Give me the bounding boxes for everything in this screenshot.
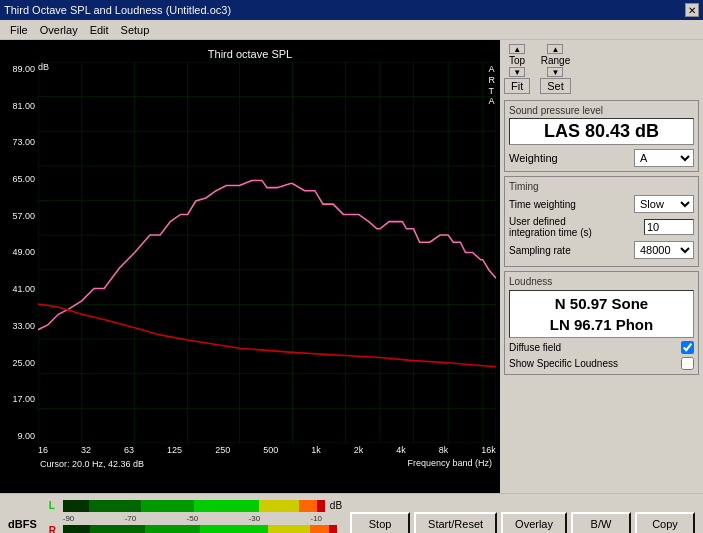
range-down-button[interactable]: ▼ xyxy=(547,67,563,77)
x-label-16: 16 xyxy=(38,445,48,455)
x-label-250: 250 xyxy=(215,445,230,455)
meter-R-bar xyxy=(63,525,337,534)
specific-loudness-checkbox[interactable] xyxy=(681,357,694,370)
y-label: 41.00 xyxy=(12,284,35,294)
meter-tick-90: -90 xyxy=(63,514,75,523)
loudness-section: Loudness N 50.97 Sone LN 96.71 Phon Diff… xyxy=(504,271,699,375)
weighting-label: Weighting xyxy=(509,152,558,164)
freq-band-label: Frequency band (Hz) xyxy=(407,458,492,470)
spl-value: LAS 80.43 dB xyxy=(509,118,694,145)
top-controls: ▲ Top ▼ Fit ▲ Range ▼ Set xyxy=(504,44,699,94)
integration-label: User definedintegration time (s) xyxy=(509,216,644,238)
y-label: 65.00 xyxy=(12,174,35,184)
chart-wrapper: 89.00 81.00 73.00 65.00 57.00 49.00 41.0… xyxy=(4,62,496,457)
diffuse-field-checkbox[interactable] xyxy=(681,341,694,354)
stop-button[interactable]: Stop xyxy=(350,512,410,534)
time-weighting-label: Time weighting xyxy=(509,199,634,210)
meter-R-label: R xyxy=(49,525,61,533)
loudness-value: N 50.97 Sone LN 96.71 Phon xyxy=(509,290,694,338)
dbfs-label: dBFS xyxy=(8,518,37,530)
pink-curve xyxy=(38,180,496,329)
right-panel: ▲ Top ▼ Fit ▲ Range ▼ Set Sound pressure… xyxy=(500,40,703,493)
top-up-button[interactable]: ▲ xyxy=(509,44,525,54)
sampling-rate-label: Sampling rate xyxy=(509,245,634,256)
action-buttons: Stop Start/Reset Overlay B/W Copy xyxy=(350,512,695,534)
menu-file[interactable]: File xyxy=(4,22,34,38)
menu-bar: File Overlay Edit Setup xyxy=(0,20,703,40)
copy-button[interactable]: Copy xyxy=(635,512,695,534)
close-button[interactable]: ✕ xyxy=(685,3,699,17)
meter-row-L: L dB xyxy=(49,500,342,512)
y-label: 17.00 xyxy=(12,394,35,404)
x-label-2k: 2k xyxy=(354,445,364,455)
chart-area: Third octave SPL 89.00 81.00 73.00 65.00… xyxy=(0,40,500,493)
spl-section: Sound pressure level LAS 80.43 dB Weight… xyxy=(504,100,699,172)
chart-svg xyxy=(38,62,496,443)
y-label: 81.00 xyxy=(12,101,35,111)
y-label: 73.00 xyxy=(12,137,35,147)
weighting-select[interactable]: A B C Z xyxy=(634,149,694,167)
range-label: Range xyxy=(541,55,570,66)
x-label-8k: 8k xyxy=(439,445,449,455)
sampling-rate-select[interactable]: 48000 44100 xyxy=(634,241,694,259)
main-container: Third octave SPL 89.00 81.00 73.00 65.00… xyxy=(0,40,703,493)
specific-loudness-label: Show Specific Loudness xyxy=(509,358,618,369)
x-label-16k: 16k xyxy=(481,445,496,455)
loudness-line1: N 50.97 Sone xyxy=(514,293,689,314)
chart-title: Third octave SPL xyxy=(4,48,496,60)
loudness-section-label: Loudness xyxy=(509,276,694,287)
diffuse-field-row: Diffuse field xyxy=(509,341,694,354)
menu-edit[interactable]: Edit xyxy=(84,22,115,38)
x-label-32: 32 xyxy=(81,445,91,455)
time-weighting-row: Time weighting Slow Fast Impulse xyxy=(509,195,694,213)
set-button[interactable]: Set xyxy=(540,78,571,94)
spl-section-label: Sound pressure level xyxy=(509,105,694,116)
menu-setup[interactable]: Setup xyxy=(115,22,156,38)
weighting-row: Weighting A B C Z xyxy=(509,149,694,167)
x-label-125: 125 xyxy=(167,445,182,455)
menu-overlay[interactable]: Overlay xyxy=(34,22,84,38)
meter-row-R: R xyxy=(49,525,342,534)
arta-label: ARTA xyxy=(489,64,496,107)
x-label-4k: 4k xyxy=(396,445,406,455)
time-weighting-select[interactable]: Slow Fast Impulse xyxy=(634,195,694,213)
meter-tick-30: -30 xyxy=(249,514,261,523)
y-label: 33.00 xyxy=(12,321,35,331)
meter-L-bar xyxy=(63,500,325,512)
x-label-63: 63 xyxy=(124,445,134,455)
sampling-rate-row: Sampling rate 48000 44100 xyxy=(509,241,694,259)
integration-input[interactable] xyxy=(644,219,694,235)
specific-loudness-row: Show Specific Loudness xyxy=(509,357,694,370)
x-label-1k: 1k xyxy=(311,445,321,455)
top-down-button[interactable]: ▼ xyxy=(509,67,525,77)
meter-tick-10: -10 xyxy=(310,514,322,523)
x-label-500: 500 xyxy=(263,445,278,455)
y-label: 89.00 xyxy=(12,64,35,74)
y-label: 25.00 xyxy=(12,358,35,368)
cursor-info: Cursor: 20.0 Hz, 42.36 dB xyxy=(40,458,144,470)
y-axis-unit-label: dB xyxy=(38,62,49,72)
level-meters: L dB -90 -70 -50 -30 -10 R xyxy=(49,500,342,534)
title-bar: Third Octave SPL and Loudness (Untitled.… xyxy=(0,0,703,20)
bottom-bar: dBFS L dB -90 -70 -50 -30 -10 R xyxy=(0,493,703,533)
fit-button[interactable]: Fit xyxy=(504,78,530,94)
meter-tick-70: -70 xyxy=(125,514,137,523)
integration-row: User definedintegration time (s) xyxy=(509,216,694,238)
start-reset-button[interactable]: Start/Reset xyxy=(414,512,497,534)
y-label: 9.00 xyxy=(17,431,35,441)
window-title: Third Octave SPL and Loudness (Untitled.… xyxy=(4,4,231,16)
red-curve xyxy=(38,304,496,367)
y-label: 49.00 xyxy=(12,247,35,257)
top-label: Top xyxy=(509,55,525,66)
range-up-button[interactable]: ▲ xyxy=(547,44,563,54)
db-label: dB xyxy=(330,500,342,511)
timing-section-label: Timing xyxy=(509,181,694,192)
meter-L-label: L xyxy=(49,500,61,511)
bw-button[interactable]: B/W xyxy=(571,512,631,534)
meter-tick-50: -50 xyxy=(187,514,199,523)
y-label: 57.00 xyxy=(12,211,35,221)
overlay-button[interactable]: Overlay xyxy=(501,512,567,534)
timing-section: Timing Time weighting Slow Fast Impulse … xyxy=(504,176,699,267)
diffuse-field-label: Diffuse field xyxy=(509,342,561,353)
loudness-line2: LN 96.71 Phon xyxy=(514,314,689,335)
